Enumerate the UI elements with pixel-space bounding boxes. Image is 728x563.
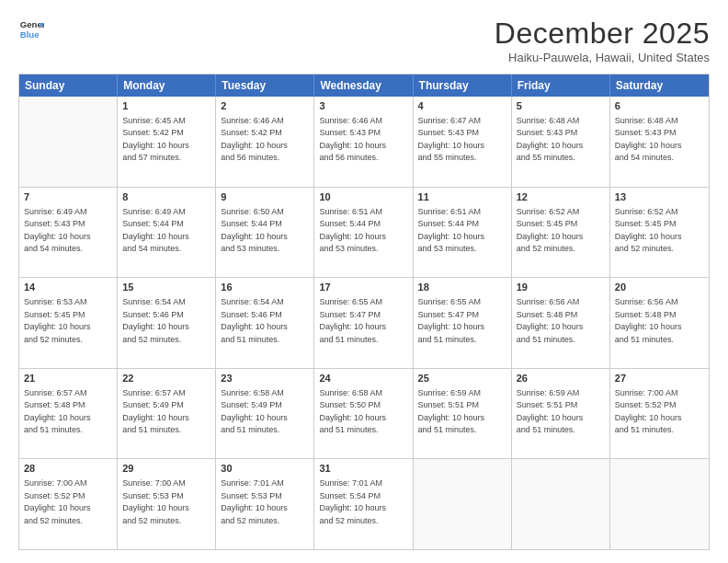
week-row-0: 1Sunrise: 6:45 AMSunset: 5:42 PMDaylight…: [19, 97, 709, 187]
day-number: 25: [418, 372, 506, 386]
day-number: 26: [517, 372, 605, 386]
cell-info: Sunrise: 6:55 AMSunset: 5:47 PMDaylight:…: [418, 296, 506, 346]
cal-cell: 18Sunrise: 6:55 AMSunset: 5:47 PMDayligh…: [414, 278, 512, 368]
day-number: 15: [122, 281, 210, 295]
week-row-4: 28Sunrise: 7:00 AMSunset: 5:52 PMDayligh…: [19, 458, 709, 549]
cal-cell: 24Sunrise: 6:58 AMSunset: 5:50 PMDayligh…: [314, 369, 413, 459]
header-day-tuesday: Tuesday: [216, 75, 314, 97]
day-number: 3: [319, 99, 407, 114]
cal-cell: 5Sunrise: 6:48 AMSunset: 5:43 PMDaylight…: [512, 97, 610, 187]
cal-cell: 4Sunrise: 6:47 AMSunset: 5:43 PMDaylight…: [414, 97, 512, 187]
cal-cell: 17Sunrise: 6:55 AMSunset: 5:47 PMDayligh…: [314, 278, 413, 368]
logo-icon: General Blue: [18, 17, 44, 42]
cal-cell: 11Sunrise: 6:51 AMSunset: 5:44 PMDayligh…: [414, 188, 512, 278]
cell-info: Sunrise: 6:45 AMSunset: 5:42 PMDaylight:…: [122, 115, 210, 165]
day-number: 19: [517, 281, 605, 295]
day-number: 9: [221, 190, 309, 205]
cal-cell: 8Sunrise: 6:49 AMSunset: 5:44 PMDaylight…: [118, 188, 216, 278]
header-day-friday: Friday: [512, 75, 610, 97]
cell-info: Sunrise: 7:00 AMSunset: 5:53 PMDaylight:…: [122, 477, 210, 527]
logo: General Blue: [18, 17, 44, 42]
cal-cell: 1Sunrise: 6:45 AMSunset: 5:42 PMDaylight…: [118, 97, 216, 187]
cal-cell: 21Sunrise: 6:57 AMSunset: 5:48 PMDayligh…: [19, 369, 118, 459]
day-number: 2: [221, 99, 309, 114]
cell-info: Sunrise: 6:53 AMSunset: 5:45 PMDaylight:…: [24, 296, 112, 346]
header-day-wednesday: Wednesday: [314, 75, 413, 97]
day-number: 14: [24, 281, 112, 295]
day-number: 17: [319, 281, 407, 295]
cell-info: Sunrise: 6:55 AMSunset: 5:47 PMDaylight:…: [319, 296, 407, 346]
cell-info: Sunrise: 7:00 AMSunset: 5:52 PMDaylight:…: [24, 477, 112, 527]
cal-cell: 16Sunrise: 6:54 AMSunset: 5:46 PMDayligh…: [216, 278, 314, 368]
cell-info: Sunrise: 6:48 AMSunset: 5:43 PMDaylight:…: [517, 115, 605, 165]
cell-info: Sunrise: 6:46 AMSunset: 5:43 PMDaylight:…: [319, 115, 407, 165]
cell-info: Sunrise: 7:00 AMSunset: 5:52 PMDaylight:…: [615, 387, 704, 437]
cell-info: Sunrise: 6:59 AMSunset: 5:51 PMDaylight:…: [517, 387, 605, 437]
day-number: 16: [221, 281, 309, 295]
cal-cell: 2Sunrise: 6:46 AMSunset: 5:42 PMDaylight…: [216, 97, 314, 187]
cell-info: Sunrise: 6:59 AMSunset: 5:51 PMDaylight:…: [418, 387, 506, 437]
header-day-saturday: Saturday: [610, 75, 709, 97]
cell-info: Sunrise: 6:54 AMSunset: 5:46 PMDaylight:…: [221, 296, 309, 346]
header-day-monday: Monday: [118, 75, 216, 97]
cal-cell: 30Sunrise: 7:01 AMSunset: 5:53 PMDayligh…: [216, 459, 314, 549]
cal-cell: 23Sunrise: 6:58 AMSunset: 5:49 PMDayligh…: [216, 369, 314, 459]
cell-info: Sunrise: 6:46 AMSunset: 5:42 PMDaylight:…: [221, 115, 309, 165]
cal-cell: 22Sunrise: 6:57 AMSunset: 5:49 PMDayligh…: [118, 369, 216, 459]
cal-cell: 3Sunrise: 6:46 AMSunset: 5:43 PMDaylight…: [314, 97, 413, 187]
cell-info: Sunrise: 6:51 AMSunset: 5:44 PMDaylight:…: [319, 206, 407, 256]
calendar-body: 1Sunrise: 6:45 AMSunset: 5:42 PMDaylight…: [19, 97, 709, 549]
calendar: SundayMondayTuesdayWednesdayThursdayFrid…: [18, 74, 710, 550]
cal-cell: 14Sunrise: 6:53 AMSunset: 5:45 PMDayligh…: [19, 278, 118, 368]
cell-info: Sunrise: 6:58 AMSunset: 5:49 PMDaylight:…: [221, 387, 309, 437]
cal-cell: 6Sunrise: 6:48 AMSunset: 5:43 PMDaylight…: [610, 97, 709, 187]
cell-info: Sunrise: 6:52 AMSunset: 5:45 PMDaylight:…: [517, 206, 605, 256]
day-number: 5: [517, 99, 605, 114]
cell-info: Sunrise: 6:58 AMSunset: 5:50 PMDaylight:…: [319, 387, 407, 437]
cell-info: Sunrise: 6:50 AMSunset: 5:44 PMDaylight:…: [221, 206, 309, 256]
cell-info: Sunrise: 6:56 AMSunset: 5:48 PMDaylight:…: [517, 296, 605, 346]
cell-info: Sunrise: 6:56 AMSunset: 5:48 PMDaylight:…: [615, 296, 704, 346]
cal-cell: [414, 459, 512, 549]
day-number: 24: [319, 372, 407, 386]
day-number: 30: [221, 462, 309, 477]
cal-cell: 15Sunrise: 6:54 AMSunset: 5:46 PMDayligh…: [118, 278, 216, 368]
cell-info: Sunrise: 6:52 AMSunset: 5:45 PMDaylight:…: [615, 206, 704, 256]
day-number: 8: [122, 190, 210, 205]
cell-info: Sunrise: 6:57 AMSunset: 5:48 PMDaylight:…: [24, 387, 112, 437]
day-number: 21: [24, 372, 112, 386]
day-number: 6: [615, 99, 704, 114]
cal-cell: 31Sunrise: 7:01 AMSunset: 5:54 PMDayligh…: [314, 459, 413, 549]
cal-cell: 19Sunrise: 6:56 AMSunset: 5:48 PMDayligh…: [512, 278, 610, 368]
day-number: 4: [418, 99, 506, 114]
cal-cell: 9Sunrise: 6:50 AMSunset: 5:44 PMDaylight…: [216, 188, 314, 278]
day-number: 10: [319, 190, 407, 205]
calendar-header: SundayMondayTuesdayWednesdayThursdayFrid…: [19, 75, 709, 97]
day-number: 29: [122, 462, 210, 477]
page-header: General Blue December 2025 Haiku-Pauwela…: [18, 17, 710, 64]
day-number: 23: [221, 372, 309, 386]
cell-info: Sunrise: 6:48 AMSunset: 5:43 PMDaylight:…: [615, 115, 704, 165]
cal-cell: 20Sunrise: 6:56 AMSunset: 5:48 PMDayligh…: [610, 278, 709, 368]
day-number: 13: [615, 190, 704, 205]
day-number: 28: [24, 462, 112, 477]
day-number: 18: [418, 281, 506, 295]
day-number: 22: [122, 372, 210, 386]
month-title: December 2025: [495, 17, 710, 51]
svg-text:Blue: Blue: [20, 29, 40, 40]
cal-cell: [512, 459, 610, 549]
cell-info: Sunrise: 7:01 AMSunset: 5:53 PMDaylight:…: [221, 477, 309, 527]
day-number: 12: [517, 190, 605, 205]
day-number: 31: [319, 462, 407, 477]
week-row-1: 7Sunrise: 6:49 AMSunset: 5:43 PMDaylight…: [19, 187, 709, 278]
cell-info: Sunrise: 6:49 AMSunset: 5:43 PMDaylight:…: [24, 206, 112, 256]
day-number: 7: [24, 190, 112, 205]
calendar-page: General Blue December 2025 Haiku-Pauwela…: [0, 0, 728, 563]
day-number: 20: [615, 281, 704, 295]
cell-info: Sunrise: 6:54 AMSunset: 5:46 PMDaylight:…: [122, 296, 210, 346]
day-number: 27: [615, 372, 704, 386]
cal-cell: 13Sunrise: 6:52 AMSunset: 5:45 PMDayligh…: [610, 188, 709, 278]
cal-cell: 7Sunrise: 6:49 AMSunset: 5:43 PMDaylight…: [19, 188, 118, 278]
title-block: December 2025 Haiku-Pauwela, Hawaii, Uni…: [495, 17, 710, 64]
cal-cell: 27Sunrise: 7:00 AMSunset: 5:52 PMDayligh…: [610, 369, 709, 459]
